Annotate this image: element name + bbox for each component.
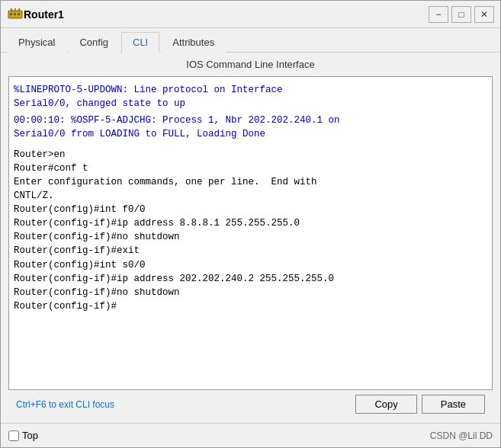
close-button[interactable]: ✕ (474, 6, 494, 23)
svg-rect-2 (14, 13, 16, 15)
tab-attributes[interactable]: Attributes (161, 32, 226, 53)
top-label: Top (22, 430, 38, 441)
cli-section-title: IOS Command Line Interface (8, 57, 493, 72)
window-title: Router1 (24, 8, 429, 21)
footer: Top CSDN @Lil DD (1, 423, 500, 447)
main-window: Router1 − □ ✕ Physical Config CLI Attrib… (0, 0, 501, 448)
copy-button[interactable]: Copy (355, 395, 416, 414)
svg-rect-3 (18, 13, 20, 15)
shortcut-hint: Ctrl+F6 to exit CLI focus (16, 399, 351, 410)
top-checkbox-label[interactable]: Top (8, 430, 38, 441)
title-bar: Router1 − □ ✕ (1, 1, 500, 28)
terminal-output[interactable]: %LINEPROTO-5-UPDOWN: Line protocol on In… (9, 77, 492, 389)
content-area: IOS Command Line Interface %LINEPROTO-5-… (1, 53, 500, 423)
maximize-button[interactable]: □ (451, 6, 471, 23)
tab-bar: Physical Config CLI Attributes (1, 28, 500, 53)
bottom-bar: Ctrl+F6 to exit CLI focus Copy Paste (8, 390, 493, 418)
tab-config[interactable]: Config (68, 32, 120, 53)
window-controls: − □ ✕ (429, 6, 494, 23)
tab-physical[interactable]: Physical (7, 32, 66, 53)
paste-button[interactable]: Paste (422, 395, 485, 414)
minimize-button[interactable]: − (429, 6, 448, 23)
top-checkbox[interactable] (8, 430, 19, 441)
tab-cli[interactable]: CLI (121, 32, 159, 53)
svg-rect-1 (10, 13, 12, 15)
watermark: CSDN @Lil DD (430, 430, 493, 441)
terminal-wrapper: %LINEPROTO-5-UPDOWN: Line protocol on In… (8, 76, 493, 390)
router-icon (7, 6, 24, 23)
